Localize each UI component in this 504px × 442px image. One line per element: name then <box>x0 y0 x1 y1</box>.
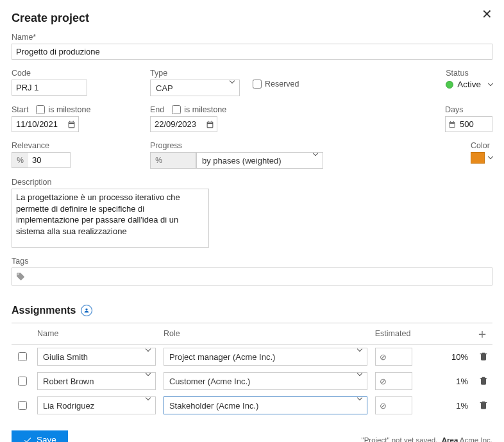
footer-note: "Project" not yet saved. Area Acme Inc. <box>362 436 492 443</box>
role-select[interactable]: Customer (Acme Inc.) <box>164 372 367 390</box>
assignee-name: Robert Brown <box>43 377 94 386</box>
end-label: End <box>150 105 164 114</box>
not-saved-text: "Project" not yet saved. <box>362 436 438 443</box>
days-label: Days <box>445 105 492 114</box>
name-label: Name <box>12 33 492 42</box>
area-value: Acme Inc. <box>460 436 492 443</box>
end-milestone-input[interactable] <box>172 105 181 114</box>
start-milestone-label: is milestone <box>48 105 90 114</box>
assignee-select[interactable]: Robert Brown <box>37 372 156 390</box>
estimated-input[interactable] <box>375 348 412 366</box>
page-title: Create project <box>12 12 89 25</box>
progress-label: Progress <box>150 141 330 150</box>
pct-value: 1% <box>445 401 468 411</box>
name-input[interactable] <box>12 44 492 60</box>
reserved-label: Reserved <box>265 80 299 89</box>
chevron-down-icon <box>488 80 493 85</box>
chevron-down-icon <box>357 395 362 400</box>
relevance-label: Relevance <box>12 141 71 150</box>
estimated-input[interactable] <box>375 372 412 390</box>
chevron-down-icon <box>230 78 235 83</box>
color-label: Color <box>471 141 492 150</box>
role-value: Project manager (Acme Inc.) <box>169 352 275 362</box>
progress-mode-select[interactable]: by phases (weighted) <box>196 152 323 169</box>
close-icon[interactable]: ✕ <box>482 8 492 21</box>
assignments-title: Assignments <box>12 305 76 316</box>
save-button-label: Save <box>37 435 56 442</box>
estimated-input[interactable] <box>375 396 412 414</box>
pct-value: 1% <box>445 377 468 386</box>
chevron-down-icon <box>146 395 151 400</box>
trash-icon[interactable] <box>478 400 489 410</box>
description-textarea[interactable] <box>12 189 209 248</box>
assignments-table: Name Role Estimated ＋ Giulia SmithProjec… <box>12 323 492 418</box>
calendar-icon <box>67 120 76 128</box>
assignee-select[interactable]: Lia Rodriguez <box>37 396 156 414</box>
tag-icon <box>16 272 25 281</box>
pct-value: 10% <box>445 352 468 362</box>
assignee-select[interactable]: Giulia Smith <box>37 348 156 366</box>
code-input[interactable] <box>12 80 87 96</box>
add-row-button[interactable]: ＋ <box>476 327 489 341</box>
reserved-checkbox[interactable]: Reserved <box>253 80 299 89</box>
percent-prefix: % <box>150 152 167 169</box>
status-value: Active <box>457 80 481 89</box>
tags-label: Tags <box>12 257 492 266</box>
assignee-name: Lia Rodriguez <box>43 401 94 411</box>
end-milestone-checkbox[interactable]: is milestone <box>172 105 226 114</box>
relevance-input[interactable] <box>28 152 71 168</box>
role-value: Customer (Acme Inc.) <box>169 377 250 386</box>
status-dot-icon <box>446 81 453 89</box>
role-value: Stakeholder (Acme Inc.) <box>169 401 258 411</box>
row-checkbox[interactable] <box>18 377 27 386</box>
check-icon <box>23 436 32 443</box>
table-row: Lia RodriguezStakeholder (Acme Inc.)1% <box>12 393 492 418</box>
type-select[interactable]: CAP <box>150 80 240 96</box>
row-checkbox[interactable] <box>18 352 27 361</box>
save-button[interactable]: Save <box>12 430 68 442</box>
start-label: Start <box>12 105 28 114</box>
color-swatch <box>471 152 485 164</box>
tags-input[interactable] <box>12 268 492 285</box>
progress-mode-value: by phases (weighted) <box>202 156 281 166</box>
col-role: Role <box>160 323 371 344</box>
chevron-down-icon <box>313 151 318 156</box>
reserved-checkbox-input[interactable] <box>253 80 262 89</box>
assignments-person-icon[interactable] <box>81 305 92 316</box>
col-name: Name <box>33 323 160 344</box>
table-row: Robert BrownCustomer (Acme Inc.)1% <box>12 369 492 393</box>
status-label: Status <box>446 69 492 78</box>
calendar-icon <box>206 120 214 128</box>
trash-icon[interactable] <box>478 375 489 386</box>
role-select[interactable]: Project manager (Acme Inc.) <box>164 348 367 366</box>
chevron-down-icon <box>357 346 362 352</box>
chevron-down-icon <box>146 346 151 352</box>
trash-icon[interactable] <box>478 351 489 361</box>
chevron-down-icon <box>357 371 362 376</box>
start-milestone-checkbox[interactable]: is milestone <box>36 105 90 114</box>
type-value: CAP <box>156 83 173 93</box>
area-label: Area <box>442 436 458 443</box>
type-label: Type <box>150 69 240 78</box>
color-picker[interactable] <box>471 152 492 164</box>
percent-prefix: % <box>12 152 28 168</box>
progress-value-input <box>167 152 196 169</box>
row-checkbox[interactable] <box>18 401 27 410</box>
calendar-icon <box>448 121 456 128</box>
code-label: Code <box>12 69 87 78</box>
start-milestone-input[interactable] <box>36 105 45 114</box>
role-select[interactable]: Stakeholder (Acme Inc.) <box>164 396 367 414</box>
assignee-name: Giulia Smith <box>43 352 88 362</box>
status-select[interactable]: Active <box>446 80 492 89</box>
chevron-down-icon <box>146 371 151 376</box>
description-label: Description <box>12 178 492 187</box>
chevron-down-icon <box>488 154 493 159</box>
table-row: Giulia SmithProject manager (Acme Inc.)1… <box>12 344 492 370</box>
end-milestone-label: is milestone <box>184 105 226 114</box>
col-estimated: Estimated <box>371 323 441 344</box>
